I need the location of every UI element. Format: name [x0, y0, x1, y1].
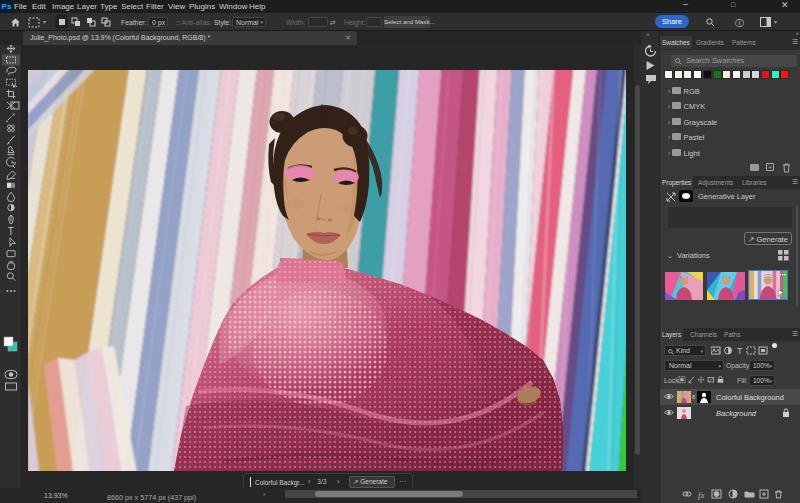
svg-text:fx: fx: [698, 490, 705, 500]
svg-text:T: T: [8, 226, 14, 237]
svg-text:T: T: [737, 346, 743, 355]
